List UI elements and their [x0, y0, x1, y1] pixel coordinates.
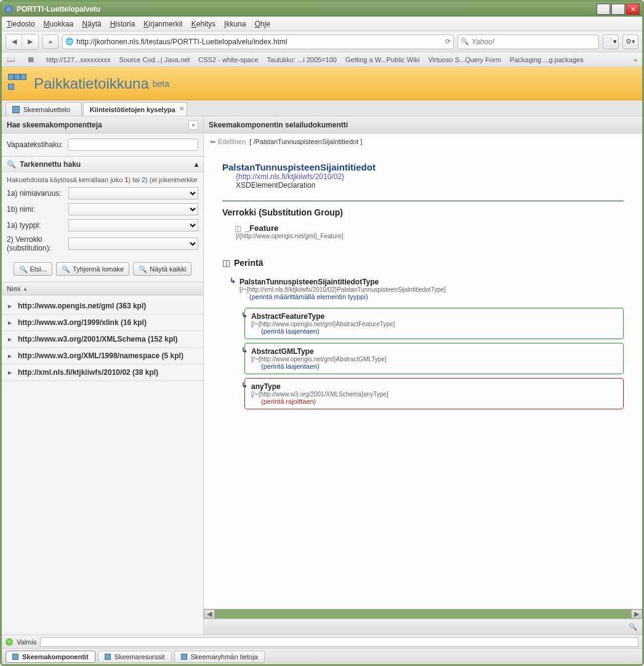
binoculars-icon: 🔍 [19, 265, 28, 273]
show-all-button[interactable]: 🔍Näytä kaikki [133, 262, 191, 276]
ns-select[interactable] [68, 187, 198, 199]
binoculars-icon: 🔍 [7, 160, 16, 169]
scroll-left-icon[interactable]: ◀ [204, 609, 215, 619]
bottom-tab-components[interactable]: Skeemakomponentit [6, 651, 95, 663]
clear-button[interactable]: 🔍Tyhjennä lomake [56, 262, 129, 276]
bookmarks-icon[interactable]: 📖 [7, 55, 15, 63]
back-button[interactable]: ◀ [6, 34, 22, 49]
type-select[interactable] [68, 219, 198, 231]
minimize-button[interactable]: — [597, 4, 610, 15]
bookmark-item[interactable]: Taulukko: ...i 2005=100 [267, 56, 337, 63]
subst-label: 2) Verrokki (substitution): [7, 235, 68, 252]
arrow-down-right-icon: ↳ [230, 276, 236, 285]
arrow-down-right-icon: ↳ [241, 381, 248, 390]
cube-icon: ◫ [222, 258, 230, 268]
element-kind: XSDElementDeclaration [222, 181, 624, 190]
search-bar[interactable]: 🔍 [457, 34, 599, 49]
bookmark-item[interactable]: Source Cod...| Java.net [119, 56, 190, 63]
tree-item[interactable]: ▸http://www.w3.org/1999/xlink (16 kpl) [2, 315, 203, 331]
breadcrumb: [ /PalstanTunnuspisteenSijaintitiedot ] [249, 138, 362, 145]
inherit-item[interactable]: ↳ AbstractGMLType [/~{http://www.opengis… [244, 343, 624, 374]
advanced-search-title: Tarkennettu haku [20, 160, 81, 169]
tree-item[interactable]: ▸http://xml.nls.fi/ktjkiiwfs/2010/02 (38… [2, 364, 203, 381]
freetext-input[interactable] [68, 138, 198, 151]
bookmark-item[interactable]: Packaging ...g packages [510, 56, 584, 63]
status-input[interactable] [40, 637, 638, 647]
bookmark-item[interactable]: CSS2 - white-space [198, 56, 258, 63]
search-icon: 🔍 [461, 38, 469, 46]
window-title: PORTTI-Luettelopalvelu [17, 5, 597, 14]
binoculars-icon[interactable]: 🔍 [629, 623, 637, 631]
search-button[interactable]: 🔍Etsi... [14, 262, 53, 276]
menu-develop[interactable]: Kehitys [191, 20, 215, 28]
tree-list[interactable]: ▸http://www.opengis.net/gml (363 kpl) ▸h… [2, 295, 203, 635]
status-text: Valmis [17, 638, 36, 646]
inherit-item[interactable]: ↳ PalstanTunnuspisteenSijaintitiedotType… [233, 274, 624, 304]
app-beta-label: beta [153, 79, 169, 89]
settings-button[interactable]: ⚙▾ [622, 34, 638, 49]
cube-icon: ◫ [235, 224, 241, 233]
type-label: 1a) tyyppi: [7, 221, 68, 230]
freetext-label: Vapaatekstihaku: [7, 140, 63, 149]
ns-label: 1a) nimiavaruus: [7, 189, 68, 198]
url-input[interactable] [76, 38, 443, 46]
bookmark-item[interactable]: Virtuoso S...Query Form [428, 56, 501, 63]
close-button[interactable]: ✕ [626, 4, 640, 15]
tab-schema-list[interactable]: Skeemaluettelo [6, 102, 82, 116]
sort-asc-icon: ▲ [23, 286, 28, 292]
menu-view[interactable]: Näytä [82, 20, 101, 28]
add-tab-button[interactable]: + [42, 34, 58, 49]
bookmark-item[interactable]: Getting a W...Public Wiki [345, 56, 419, 63]
bottom-tab-resources[interactable]: Skeemaresurssit [98, 651, 172, 663]
scroll-right-icon[interactable]: ▶ [631, 609, 642, 619]
element-name: PalstanTunnuspisteenSijaintitiedot [222, 162, 624, 172]
app-title: Paikkatietoikkuna [34, 75, 149, 92]
arrow-down-right-icon: ↳ [241, 311, 248, 319]
expand-icon[interactable]: ▸ [8, 302, 14, 310]
tree-item[interactable]: ▸http://www.w3.org/XML/1998/namespace (5… [2, 348, 203, 364]
tab-property-query[interactable]: Kiinteistötietojen kyselypa ✕ [83, 102, 187, 116]
reload-icon[interactable]: ⟳ [445, 38, 451, 46]
prev-link[interactable]: ⬅Edellinen [210, 138, 246, 146]
search-input[interactable] [472, 38, 596, 46]
left-panel-title: Hae skeemakomponentteja [7, 121, 102, 129]
name-select[interactable] [68, 203, 198, 215]
expand-icon[interactable]: ▸ [8, 368, 14, 377]
collapse-left-button[interactable]: « [188, 120, 198, 130]
menu-bookmarks[interactable]: Kirjanmerkit [143, 20, 182, 28]
bookmark-item[interactable]: http://127...xxxxxxxxx [46, 56, 111, 63]
forward-button[interactable]: ▶ [22, 34, 38, 49]
horizontal-scrollbar[interactable]: ◀ ▶ [204, 609, 642, 619]
tree-item[interactable]: ▸http://www.w3.org/2001/XMLSchema (152 k… [2, 331, 203, 348]
maximize-button[interactable]: □ [611, 4, 625, 15]
inherit-item[interactable]: ↳ AbstractFeatureType [/~{http://www.ope… [244, 308, 624, 339]
binoculars-icon: 🔍 [62, 265, 70, 273]
expand-icon[interactable]: ▸ [8, 318, 14, 327]
collapse-advanced-button[interactable]: ▴ [195, 160, 198, 169]
app-logo [8, 74, 28, 94]
menu-window[interactable]: Ikkuna [224, 20, 246, 28]
bottom-tab-group-info[interactable]: Skeemaryhmän tietoja [174, 651, 265, 663]
tree-item[interactable]: ▸http://www.opengis.net/gml (363 kpl) [2, 298, 203, 315]
menu-edit[interactable]: Muokkaa [44, 20, 74, 28]
tab-label: Kiinteistötietojen kyselypa [90, 106, 175, 113]
menu-help[interactable]: Ohje [254, 20, 270, 28]
tab-label: Skeemaluettelo [23, 106, 70, 113]
menu-file[interactable]: Tiedosto [7, 20, 35, 28]
expand-icon[interactable]: ▸ [8, 335, 14, 343]
inherit-item[interactable]: ↳ anyType [/~{http://www.w3.org/2001/XML… [244, 378, 624, 409]
expand-icon[interactable]: ▸ [8, 351, 14, 360]
grid-header-name[interactable]: Nimi [7, 285, 20, 292]
page-menu-button[interactable]: 📄▾ [603, 34, 619, 49]
tab-icon [12, 106, 20, 113]
substitution-path: [/{http://www.opengis.net/gml}_Feature] [235, 233, 624, 239]
status-ok-icon [6, 638, 13, 646]
menu-history[interactable]: Historia [110, 20, 135, 28]
substitution-name[interactable]: _Feature [245, 223, 278, 233]
subst-select[interactable] [68, 238, 198, 250]
tab-close-icon[interactable]: ✕ [179, 105, 184, 112]
url-bar[interactable]: 🌐 ⟳ [62, 34, 454, 49]
topsites-icon[interactable]: ▦ [28, 55, 34, 63]
substitution-title: Verrokki (Substitution Group) [222, 207, 624, 217]
bookmarks-overflow-icon[interactable]: » [634, 56, 637, 63]
